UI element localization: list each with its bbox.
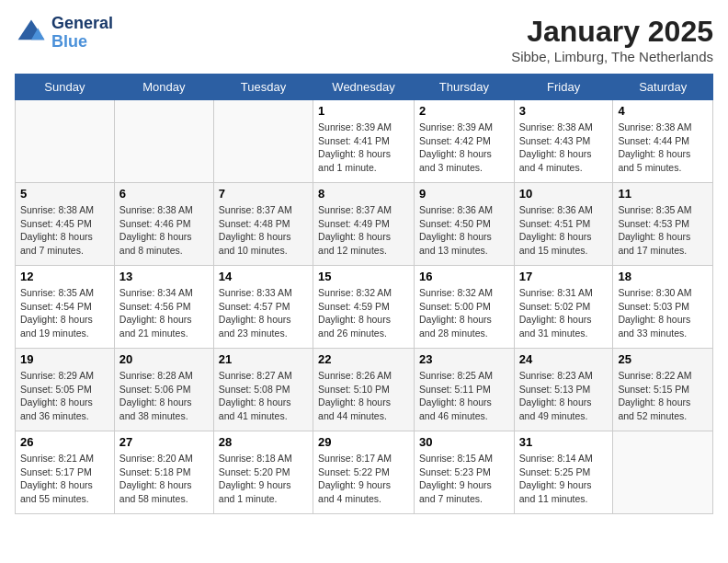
calendar-cell: 10Sunrise: 8:36 AM Sunset: 4:51 PM Dayli… — [514, 183, 613, 266]
day-number: 7 — [219, 187, 308, 201]
day-number: 10 — [519, 187, 609, 201]
day-info: Sunrise: 8:20 AM Sunset: 5:18 PM Dayligh… — [119, 452, 209, 506]
calendar-week-row: 5Sunrise: 8:38 AM Sunset: 4:45 PM Daylig… — [16, 183, 713, 266]
calendar-body: 1Sunrise: 8:39 AM Sunset: 4:41 PM Daylig… — [16, 100, 713, 514]
day-number: 13 — [119, 270, 209, 283]
calendar-cell: 11Sunrise: 8:35 AM Sunset: 4:53 PM Dayli… — [613, 183, 713, 266]
calendar-week-row: 26Sunrise: 8:21 AM Sunset: 5:17 PM Dayli… — [16, 431, 713, 514]
day-number: 28 — [219, 435, 308, 449]
calendar-cell: 9Sunrise: 8:36 AM Sunset: 4:50 PM Daylig… — [415, 183, 515, 266]
calendar-week-row: 12Sunrise: 8:35 AM Sunset: 4:54 PM Dayli… — [16, 266, 713, 349]
day-info: Sunrise: 8:17 AM Sunset: 5:22 PM Dayligh… — [318, 452, 409, 506]
calendar-cell: 4Sunrise: 8:38 AM Sunset: 4:44 PM Daylig… — [613, 100, 713, 183]
day-number: 23 — [419, 352, 509, 366]
day-info: Sunrise: 8:31 AM Sunset: 5:02 PM Dayligh… — [519, 286, 609, 340]
calendar-cell: 21Sunrise: 8:27 AM Sunset: 5:08 PM Dayli… — [213, 349, 313, 431]
day-info: Sunrise: 8:25 AM Sunset: 5:11 PM Dayligh… — [419, 369, 509, 423]
calendar-cell: 5Sunrise: 8:38 AM Sunset: 4:45 PM Daylig… — [16, 183, 115, 266]
day-number: 26 — [20, 435, 109, 449]
calendar-cell: 24Sunrise: 8:23 AM Sunset: 5:13 PM Dayli… — [514, 349, 613, 431]
day-info: Sunrise: 8:34 AM Sunset: 4:56 PM Dayligh… — [119, 286, 209, 340]
day-info: Sunrise: 8:32 AM Sunset: 4:59 PM Dayligh… — [318, 286, 409, 340]
calendar-header: SundayMondayTuesdayWednesdayThursdayFrid… — [16, 75, 713, 100]
day-number: 2 — [419, 104, 509, 118]
weekday-header: Tuesday — [213, 75, 313, 100]
day-number: 27 — [119, 435, 209, 449]
calendar-cell: 20Sunrise: 8:28 AM Sunset: 5:06 PM Dayli… — [114, 349, 213, 431]
day-info: Sunrise: 8:26 AM Sunset: 5:10 PM Dayligh… — [318, 369, 409, 423]
month-title: January 2025 — [511, 15, 713, 49]
day-number: 29 — [318, 435, 409, 449]
weekday-header: Wednesday — [313, 75, 415, 100]
calendar-cell: 26Sunrise: 8:21 AM Sunset: 5:17 PM Dayli… — [16, 431, 115, 514]
weekday-row: SundayMondayTuesdayWednesdayThursdayFrid… — [16, 75, 713, 100]
calendar-cell: 12Sunrise: 8:35 AM Sunset: 4:54 PM Dayli… — [16, 266, 115, 349]
calendar-cell: 28Sunrise: 8:18 AM Sunset: 5:20 PM Dayli… — [213, 431, 313, 514]
calendar-cell: 18Sunrise: 8:30 AM Sunset: 5:03 PM Dayli… — [613, 266, 713, 349]
day-number: 9 — [419, 187, 509, 201]
calendar-cell: 19Sunrise: 8:29 AM Sunset: 5:05 PM Dayli… — [16, 349, 115, 431]
day-info: Sunrise: 8:22 AM Sunset: 5:15 PM Dayligh… — [618, 369, 708, 423]
calendar-cell: 22Sunrise: 8:26 AM Sunset: 5:10 PM Dayli… — [313, 349, 415, 431]
day-number: 1 — [318, 104, 409, 118]
day-number: 14 — [219, 270, 308, 283]
day-number: 5 — [20, 187, 109, 201]
day-number: 12 — [20, 270, 109, 283]
day-info: Sunrise: 8:21 AM Sunset: 5:17 PM Dayligh… — [20, 452, 109, 506]
weekday-header: Saturday — [613, 75, 713, 100]
day-number: 4 — [618, 104, 708, 118]
calendar-cell: 3Sunrise: 8:38 AM Sunset: 4:43 PM Daylig… — [514, 100, 613, 183]
day-number: 25 — [618, 352, 708, 366]
day-info: Sunrise: 8:18 AM Sunset: 5:20 PM Dayligh… — [219, 452, 308, 506]
day-number: 15 — [318, 270, 409, 283]
day-info: Sunrise: 8:27 AM Sunset: 5:08 PM Dayligh… — [219, 369, 308, 423]
day-info: Sunrise: 8:35 AM Sunset: 4:53 PM Dayligh… — [618, 203, 708, 258]
day-info: Sunrise: 8:35 AM Sunset: 4:54 PM Dayligh… — [20, 286, 109, 340]
day-number: 3 — [519, 104, 609, 118]
calendar-cell: 27Sunrise: 8:20 AM Sunset: 5:18 PM Dayli… — [114, 431, 213, 514]
logo-icon — [15, 17, 48, 50]
day-info: Sunrise: 8:14 AM Sunset: 5:25 PM Dayligh… — [519, 452, 609, 506]
calendar-cell: 14Sunrise: 8:33 AM Sunset: 4:57 PM Dayli… — [213, 266, 313, 349]
calendar-cell: 8Sunrise: 8:37 AM Sunset: 4:49 PM Daylig… — [313, 183, 415, 266]
day-info: Sunrise: 8:39 AM Sunset: 4:42 PM Dayligh… — [419, 121, 509, 175]
calendar-cell: 31Sunrise: 8:14 AM Sunset: 5:25 PM Dayli… — [514, 431, 613, 514]
day-info: Sunrise: 8:38 AM Sunset: 4:46 PM Dayligh… — [119, 203, 209, 258]
day-info: Sunrise: 8:38 AM Sunset: 4:44 PM Dayligh… — [618, 121, 708, 175]
day-info: Sunrise: 8:33 AM Sunset: 4:57 PM Dayligh… — [219, 286, 308, 340]
day-info: Sunrise: 8:28 AM Sunset: 5:06 PM Dayligh… — [119, 369, 209, 423]
calendar-cell — [114, 100, 213, 183]
weekday-header: Thursday — [415, 75, 515, 100]
day-info: Sunrise: 8:37 AM Sunset: 4:49 PM Dayligh… — [318, 203, 409, 258]
day-info: Sunrise: 8:15 AM Sunset: 5:23 PM Dayligh… — [419, 452, 509, 506]
day-number: 19 — [20, 352, 109, 366]
day-info: Sunrise: 8:32 AM Sunset: 5:00 PM Dayligh… — [419, 286, 509, 340]
location: Sibbe, Limburg, The Netherlands — [511, 49, 713, 64]
calendar-cell: 17Sunrise: 8:31 AM Sunset: 5:02 PM Dayli… — [514, 266, 613, 349]
calendar-cell: 2Sunrise: 8:39 AM Sunset: 4:42 PM Daylig… — [415, 100, 515, 183]
day-number: 20 — [119, 352, 209, 366]
calendar-week-row: 19Sunrise: 8:29 AM Sunset: 5:05 PM Dayli… — [16, 349, 713, 431]
weekday-header: Friday — [514, 75, 613, 100]
day-number: 17 — [519, 270, 609, 283]
calendar-cell: 23Sunrise: 8:25 AM Sunset: 5:11 PM Dayli… — [415, 349, 515, 431]
day-number: 21 — [219, 352, 308, 366]
logo-text: General Blue — [51, 15, 113, 52]
calendar-week-row: 1Sunrise: 8:39 AM Sunset: 4:41 PM Daylig… — [16, 100, 713, 183]
calendar-cell — [213, 100, 313, 183]
day-info: Sunrise: 8:23 AM Sunset: 5:13 PM Dayligh… — [519, 369, 609, 423]
calendar-cell: 1Sunrise: 8:39 AM Sunset: 4:41 PM Daylig… — [313, 100, 415, 183]
page-header: General Blue January 2025 Sibbe, Limburg… — [15, 15, 713, 64]
day-info: Sunrise: 8:36 AM Sunset: 4:51 PM Dayligh… — [519, 203, 609, 258]
calendar-cell: 15Sunrise: 8:32 AM Sunset: 4:59 PM Dayli… — [313, 266, 415, 349]
title-block: January 2025 Sibbe, Limburg, The Netherl… — [511, 15, 713, 64]
day-info: Sunrise: 8:38 AM Sunset: 4:45 PM Dayligh… — [20, 203, 109, 258]
day-number: 8 — [318, 187, 409, 201]
day-info: Sunrise: 8:39 AM Sunset: 4:41 PM Dayligh… — [318, 121, 409, 175]
weekday-header: Monday — [114, 75, 213, 100]
day-info: Sunrise: 8:30 AM Sunset: 5:03 PM Dayligh… — [618, 286, 708, 340]
calendar-cell: 7Sunrise: 8:37 AM Sunset: 4:48 PM Daylig… — [213, 183, 313, 266]
day-number: 11 — [618, 187, 708, 201]
calendar-cell — [16, 100, 115, 183]
weekday-header: Sunday — [16, 75, 115, 100]
